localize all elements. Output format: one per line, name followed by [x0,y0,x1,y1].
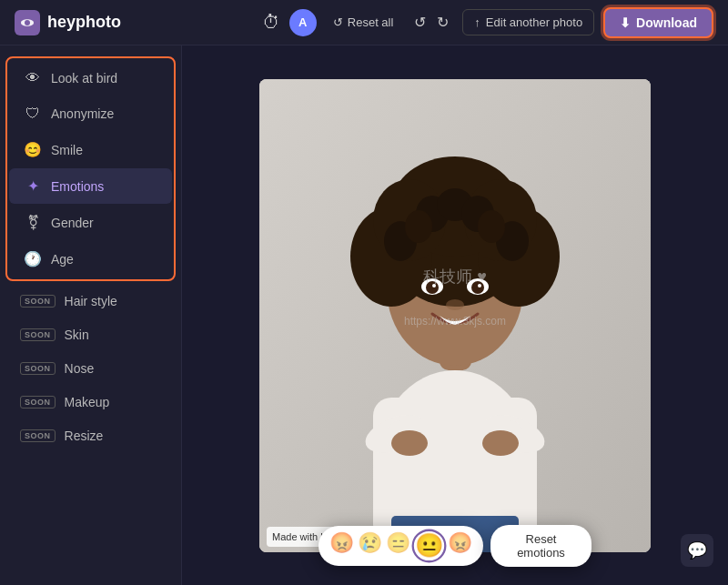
reset-all-button[interactable]: ↺ Reset all [326,11,401,34]
main-area: 👁 Look at bird 🛡 Anonymize 😊 Smile ✦ Emo… [0,45,728,585]
download-icon: ⬇ [620,15,631,30]
emoji-expressionless[interactable]: 😐 [412,530,447,563]
header-actions: ⏱ A ↺ Reset all ↺ ↻ ↑ Edit another photo… [262,7,713,38]
look-at-bird-icon: 👁 [24,70,42,86]
svg-point-25 [478,210,505,243]
emoji-neutral[interactable]: 😑 [386,531,410,560]
logo-area: heyphoto [15,10,121,35]
anonymize-icon: 🛡 [24,106,42,122]
svg-text:科技师 ♥: 科技师 ♥ [423,267,487,285]
svg-point-10 [482,430,519,456]
resize-label: Resize [65,429,161,443]
highlighted-sidebar-group: 👁 Look at bird 🛡 Anonymize 😊 Smile ✦ Emo… [5,56,176,281]
reset-all-icon: ↺ [333,15,343,29]
gender-icon: ⚧ [24,214,42,231]
sidebar-item-look-at-bird[interactable]: 👁 Look at bird [9,61,172,96]
sidebar-item-hair-style: SOON Hair style [5,285,176,318]
makeup-soon-badge: SOON [20,396,56,408]
logo-text: heyphoto [47,13,121,32]
sidebar-item-gender[interactable]: ⚧ Gender [9,205,172,240]
edit-another-button[interactable]: ↑ Edit another photo [462,9,594,35]
timer-icon[interactable]: ⏱ [262,12,280,33]
chat-icon-button[interactable]: 💬 [681,534,713,567]
svg-point-24 [405,210,432,243]
sidebar-item-smile[interactable]: 😊 Smile [9,132,172,167]
nose-label: Nose [65,361,161,376]
gender-label: Gender [51,216,157,230]
skin-label: Skin [65,328,161,342]
user-avatar[interactable]: A [289,9,317,36]
emoji-angry[interactable]: 😡 [329,531,354,560]
sidebar: 👁 Look at bird 🛡 Anonymize 😊 Smile ✦ Emo… [0,45,182,585]
photo-image: Made with hey-photo.com 科技师 ♥ https://ww… [259,79,651,552]
hair-style-label: Hair style [65,294,161,308]
sidebar-item-nose: SOON Nose [5,352,176,385]
photo-container: Made with hey-photo.com 科技师 ♥ https://ww… [259,79,651,552]
emotion-emoji-selector: 😡 😢 😑 😐 😡 [318,526,483,566]
logo-icon [15,10,40,35]
hair-style-soon-badge: SOON [20,295,56,308]
sidebar-item-resize: SOON Resize [5,419,176,452]
age-label: Age [51,252,157,267]
sidebar-item-age[interactable]: 🕐 Age [9,241,172,277]
emoji-sad[interactable]: 😢 [358,531,382,560]
header: heyphoto ⏱ A ↺ Reset all ↺ ↻ ↑ Edit anot… [0,0,728,45]
content-area: Made with hey-photo.com 科技师 ♥ https://ww… [182,45,728,585]
sidebar-item-anonymize[interactable]: 🛡 Anonymize [9,96,172,131]
smile-label: Smile [51,143,157,157]
undo-redo-group: ↺ ↻ [410,9,453,35]
redo-button[interactable]: ↻ [432,9,453,35]
skin-soon-badge: SOON [20,328,56,341]
smile-icon: 😊 [24,141,42,158]
sidebar-item-emotions[interactable]: ✦ Emotions [9,168,172,204]
chat-icon: 💬 [687,540,707,560]
svg-text:https://www.3kjs.com: https://www.3kjs.com [404,315,506,328]
makeup-label: Makeup [65,395,161,409]
sidebar-item-skin: SOON Skin [5,318,176,351]
nose-soon-badge: SOON [20,362,56,375]
age-icon: 🕐 [24,250,42,267]
emotion-bar: 😡 😢 😑 😐 😡 Reset emotions [318,525,592,567]
resize-soon-badge: SOON [20,429,56,442]
svg-point-32 [446,299,464,310]
emotions-icon: ✦ [24,177,42,195]
reset-emotions-button[interactable]: Reset emotions [490,525,592,567]
undo-button[interactable]: ↺ [410,9,430,35]
download-button[interactable]: ⬇ Download [603,7,713,38]
upload-icon: ↑ [474,15,480,29]
look-at-bird-label: Look at bird [51,71,157,86]
emotions-label: Emotions [51,179,157,194]
svg-point-1 [25,20,30,25]
sidebar-item-makeup: SOON Makeup [5,386,176,419]
anonymize-label: Anonymize [51,106,157,121]
svg-point-9 [391,430,428,456]
emoji-angry2[interactable]: 😡 [448,531,472,560]
